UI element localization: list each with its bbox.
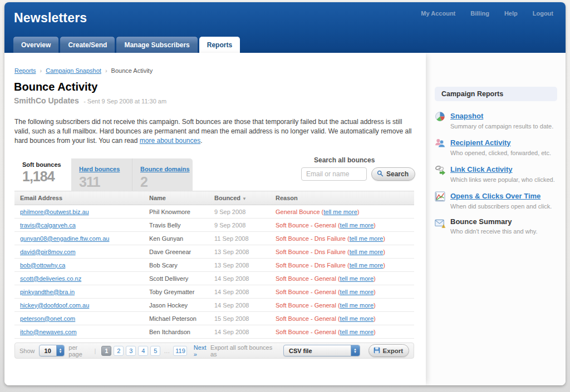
table-row: itcho@newaves.comBen Itchardson14 Sep 20… bbox=[14, 325, 414, 339]
email-link[interactable]: peterson@onet.com bbox=[20, 315, 75, 322]
stepper-icon: ▲▼ bbox=[56, 345, 65, 356]
page-button-last[interactable]: 119 bbox=[173, 346, 187, 356]
page-button-2[interactable]: 2 bbox=[114, 346, 124, 356]
link-chain-icon bbox=[435, 165, 445, 175]
save-disk-icon bbox=[374, 347, 380, 355]
magnifier-icon bbox=[377, 170, 384, 178]
sidebar-item-label[interactable]: Link Click Activity bbox=[450, 165, 513, 173]
tell-me-more-link[interactable]: tell me more bbox=[340, 329, 374, 335]
name-cell: Michael Peterson bbox=[144, 312, 209, 325]
header-nav-logout[interactable]: Logout bbox=[533, 10, 553, 17]
search-button-label: Search bbox=[386, 170, 409, 178]
reason-cell: Soft Bounce - General (tell me more) bbox=[270, 325, 414, 339]
email-link[interactable]: scott@deliveries.co.nz bbox=[20, 275, 81, 282]
sidebar-item-description: Summary of campaign results to date. bbox=[450, 123, 553, 130]
tell-me-more-link[interactable]: tell me more bbox=[350, 249, 384, 255]
bounced-date-cell: 14 Sep 2008 bbox=[209, 285, 270, 299]
tell-me-more-link[interactable]: tell me more bbox=[340, 222, 374, 229]
sidebar-item-snapshot[interactable]: SnapshotSummary of campaign results to d… bbox=[435, 111, 559, 130]
breadcrumb-reports[interactable]: Reports bbox=[14, 67, 36, 74]
email-link[interactable]: david@pir8mov.com bbox=[20, 249, 76, 255]
sidebar-item-description: Who opened, clicked, forwarded, etc. bbox=[450, 150, 551, 156]
table-row: david@pir8mov.comDave Greenear13 Sep 200… bbox=[14, 245, 414, 259]
name-cell: Scott Dellivery bbox=[144, 272, 209, 285]
tell-me-more-link[interactable]: tell me more bbox=[350, 262, 384, 269]
breadcrumb-campaign-snapshot[interactable]: Campaign Snapshot bbox=[46, 67, 101, 74]
table-row: philmore@outwest.biz.auPhil Knowmore9 Se… bbox=[14, 205, 414, 219]
email-link[interactable]: philmore@outwest.biz.au bbox=[20, 209, 89, 215]
sidebar-item-opens-clicks-over-time[interactable]: Opens & Clicks Over TimeWhen did subscri… bbox=[435, 191, 559, 210]
email-link[interactable]: bob@ottowhy.ca bbox=[20, 262, 65, 269]
email-link[interactable]: itcho@newaves.com bbox=[20, 329, 77, 335]
sidebar-item-link-click-activity[interactable]: Link Click ActivityWhich links were popu… bbox=[435, 164, 559, 183]
email-link[interactable]: travis@calgaryeh.ca bbox=[20, 222, 76, 229]
tab-reports[interactable]: Reports bbox=[199, 37, 240, 53]
page-button-3[interactable]: 3 bbox=[126, 346, 136, 356]
soft-bounces-count: 1,184 bbox=[22, 168, 71, 185]
tell-me-more-link[interactable]: tell me more bbox=[323, 209, 357, 215]
page-title: Bounce Activity bbox=[14, 81, 166, 93]
tab-hard-bounces[interactable]: Hard bounces 311 bbox=[71, 158, 132, 191]
header-nav-my-account[interactable]: My Account bbox=[421, 10, 455, 17]
name-cell: Ben Itchardson bbox=[144, 325, 209, 339]
sidebar-item-label[interactable]: Snapshot bbox=[450, 112, 483, 120]
search-input[interactable] bbox=[301, 167, 367, 181]
description-body: The following subscribers did not receiv… bbox=[14, 118, 411, 145]
header-nav-billing[interactable]: Billing bbox=[470, 10, 489, 17]
export-format-select[interactable]: CSV file ▲▼ bbox=[283, 345, 360, 356]
bounce-domains-count: 2 bbox=[140, 174, 193, 190]
header-nav-help[interactable]: Help bbox=[504, 10, 518, 17]
export-button[interactable]: Export bbox=[368, 344, 409, 357]
tab-overview[interactable]: Overview bbox=[13, 37, 58, 53]
per-page-label: per page bbox=[68, 344, 92, 358]
envelope-warning-icon bbox=[435, 218, 445, 229]
column-bounced[interactable]: Bounced▼ bbox=[209, 191, 270, 205]
more-about-bounces-link[interactable]: more about bounces bbox=[140, 137, 200, 145]
page-subtitle: SmithCo Updates - Sent 9 Sep 2008 at 11:… bbox=[14, 96, 166, 106]
page-head: Bounce Activity SmithCo Updates - Sent 9… bbox=[14, 81, 166, 106]
sidebar-item-label[interactable]: Opens & Clicks Over Time bbox=[450, 192, 540, 200]
sidebar-item-label[interactable]: Recipient Activity bbox=[450, 138, 511, 147]
hard-bounces-link[interactable]: Hard bounces bbox=[79, 166, 120, 172]
reason-text: Soft Bounce - General bbox=[276, 315, 338, 322]
tell-me-more-link[interactable]: tell me more bbox=[340, 275, 374, 282]
bounce-domains-link[interactable]: Bounce domains bbox=[140, 166, 190, 172]
sidebar-item-description: Which links were popular, who clicked. bbox=[450, 176, 555, 183]
export-format-value: CSV file bbox=[284, 345, 351, 356]
tab-manage-subscribers[interactable]: Manage Subscribers bbox=[116, 37, 197, 53]
app-window: Newsletters My AccountBillingHelpLogout … bbox=[4, 2, 566, 385]
per-page-select[interactable]: 10 ▲▼ bbox=[39, 345, 65, 356]
tell-me-more-link[interactable]: tell me more bbox=[340, 315, 374, 322]
page-button-5[interactable]: 5 bbox=[150, 346, 160, 356]
column-reason[interactable]: Reason bbox=[270, 191, 414, 205]
email-link[interactable]: gunyan08@engadine.ftw.com.au bbox=[20, 235, 109, 242]
sidebar-item-label: Bounce Summary bbox=[450, 217, 538, 226]
name-cell: Dave Greenear bbox=[144, 245, 209, 259]
next-page-link[interactable]: Next » bbox=[194, 344, 210, 358]
table-header: Email Address Name Bounced▼ Reason bbox=[14, 191, 414, 205]
people-icon bbox=[435, 138, 445, 148]
tab-bounce-domains[interactable]: Bounce domains 2 bbox=[132, 158, 193, 191]
email-link[interactable]: hickey@doofdoof.com.au bbox=[20, 302, 89, 309]
table-row: peterson@onet.comMichael Peterson15 Sep … bbox=[14, 312, 414, 325]
search-button[interactable]: Search bbox=[371, 167, 415, 181]
tab-soft-bounces[interactable]: Soft bounces 1,184 bbox=[14, 156, 71, 191]
tell-me-more-link[interactable]: tell me more bbox=[340, 302, 374, 309]
bounced-date-cell: 14 Sep 2008 bbox=[209, 325, 270, 339]
column-name[interactable]: Name bbox=[144, 191, 209, 205]
tell-me-more-link[interactable]: tell me more bbox=[340, 289, 374, 295]
page-button-1[interactable]: 1 bbox=[101, 346, 111, 356]
description-text: The following subscribers did not receiv… bbox=[14, 117, 412, 146]
export-button-label: Export bbox=[383, 348, 403, 354]
tell-me-more-link[interactable]: tell me more bbox=[350, 235, 384, 242]
tab-create-send[interactable]: Create/Send bbox=[60, 37, 115, 53]
column-email-address[interactable]: Email Address bbox=[14, 191, 144, 205]
export-label: Export all soft bounces as bbox=[210, 344, 278, 358]
email-link[interactable]: pinkyandthe@bra.in bbox=[20, 289, 75, 295]
sidebar-item-recipient-activity[interactable]: Recipient ActivityWho opened, clicked, f… bbox=[435, 137, 559, 156]
page-button-4[interactable]: 4 bbox=[138, 346, 148, 356]
table-row: hickey@doofdoof.com.auJason Hockey14 Sep… bbox=[14, 299, 414, 312]
bounced-date-cell: 11 Sep 2008 bbox=[209, 232, 270, 245]
primary-tabs: OverviewCreate/SendManage SubscribersRep… bbox=[13, 37, 240, 53]
bounced-date-cell: 15 Sep 2008 bbox=[209, 312, 270, 325]
